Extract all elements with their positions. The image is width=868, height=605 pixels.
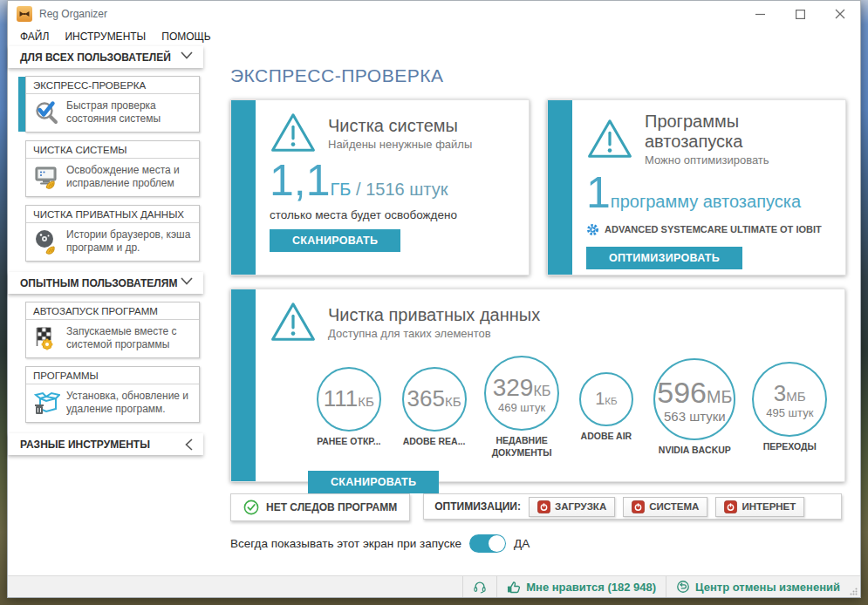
sidebar-item-title: ЧИСТКА СИСТЕМЫ <box>26 141 199 159</box>
group-label: РАЗНЫЕ ИНСТРУМЕНТЫ <box>20 438 150 451</box>
sidebar-group-advanced-users[interactable]: ОПЫТНЫМ ПОЛЬЗОВАТЕЛЯМ <box>8 272 203 294</box>
autostart-count-value: 1программу автозапуска <box>586 173 833 214</box>
optimization-label: СИСТЕМА <box>649 501 699 512</box>
always-show-toggle[interactable] <box>469 534 506 553</box>
autostart-entry: ADVANCED SYSTEMCARE ULTIMATE ОТ IOBIT <box>586 223 833 236</box>
app-logo-icon <box>17 6 32 22</box>
scan-privacy-button[interactable]: СКАНИРОВАТЬ <box>308 471 439 493</box>
sidebar-item-express-check[interactable]: ЭКСПРЕСС-ПРОВЕРКА Быстрая проверка состо… <box>25 76 200 133</box>
active-item-accent <box>18 77 25 132</box>
privacy-item[interactable]: 111КБ РАНЕЕ ОТКР... <box>308 367 390 448</box>
headphones-icon <box>473 580 487 594</box>
sidebar-group-all-users[interactable]: ДЛЯ ВСЕХ ПОЛЬЗОВАТЕЛЕЙ <box>8 46 203 68</box>
warning-triangle-icon <box>270 112 317 154</box>
sidebar-item-autostart[interactable]: АВТОЗАПУСК ПРОГРАММ Запускаемые вместе с… <box>25 302 200 358</box>
autostart-card: Программы автозапуска Можно оптимизирова… <box>547 99 846 275</box>
magnifier-check-icon <box>32 99 60 126</box>
sidebar-item-title: АВТОЗАПУСК ПРОГРАММ <box>26 302 199 320</box>
card-title: Чистка приватных данных <box>328 305 540 325</box>
sidebar-item-title: ЭКСПРЕСС-ПРОВЕРКА <box>26 77 199 94</box>
sidebar-item-private-data-cleanup[interactable]: ЧИСТКА ПРИВАТНЫХ ДАННЫХ Истории браузеро… <box>25 205 200 262</box>
status-bar: Мне нравится (182 948) Центр отмены изме… <box>8 575 860 597</box>
like-label: Мне нравится (182 948) <box>526 581 656 594</box>
privacy-cleanup-card: Чистка приватных данных Доступна для так… <box>230 289 845 482</box>
sidebar-item-title: ПРОГРАММЫ <box>26 367 199 384</box>
title-bar: Reg Organizer <box>8 1 860 27</box>
privacy-item[interactable]: 329КБ469 штук НЕДАВНИЕ ДОКУМЕНТЫ <box>478 356 564 459</box>
scan-system-button[interactable]: СКАНИРОВАТЬ <box>270 229 400 252</box>
card-subtitle: Можно оптимизировать <box>645 153 833 167</box>
card-subtitle: Найдены ненужные файлы <box>328 138 472 151</box>
page-title: ЭКСПРЕСС-ПРОВЕРКА <box>230 65 860 86</box>
minimize-button[interactable] <box>740 1 780 27</box>
privacy-item[interactable]: 596МБ563 штуки NVIDIA BACKUP <box>647 358 742 457</box>
menu-bar: ФАЙЛ ИНСТРУМЕНТЫ ПОМОЩЬ <box>8 27 860 46</box>
card-accent-stripe <box>231 100 256 275</box>
main-content: ЭКСПРЕСС-ПРОВЕРКА Чистка системы Найдены… <box>216 46 860 576</box>
card-title: Программы автозапуска <box>645 112 833 152</box>
autostart-entry-label: ADVANCED SYSTEMCARE ULTIMATE ОТ IOBIT <box>605 224 822 235</box>
app-window: Reg Organizer ФАЙЛ ИНСТРУМЕНТЫ ПОМОЩЬ ДЛ… <box>7 0 861 598</box>
support-chat-button[interactable] <box>462 576 496 597</box>
no-traces-label: НЕТ СЛЕДОВ ПРОГРАММ <box>266 501 397 513</box>
sidebar-item-desc: Быстрая проверка состояния системы <box>66 99 194 126</box>
cleanup-note: столько места будет освобождено <box>270 208 516 221</box>
toggle-state-label: ДА <box>514 537 530 550</box>
card-accent-stripe <box>231 289 256 481</box>
thumb-up-icon <box>507 581 521 594</box>
privacy-items: 111КБ РАНЕЕ ОТКР... 365КБ ADOBE REA... 3… <box>308 356 832 459</box>
disc-brush-icon <box>32 228 60 255</box>
undo-circle-icon <box>676 580 690 594</box>
warning-triangle-icon <box>270 301 317 343</box>
maximize-button[interactable] <box>780 1 820 27</box>
undo-center-button[interactable]: Центр отмены изменений <box>666 576 850 597</box>
privacy-item[interactable]: 365КБ ADOBE REA... <box>395 367 474 448</box>
sidebar-group-misc-tools[interactable]: РАЗНЫЕ ИНСТРУМЕНТЫ <box>8 433 203 455</box>
cleanup-size-value: 1,1ГБ / 1516 штук <box>270 160 516 202</box>
menu-file[interactable]: ФАЙЛ <box>20 31 49 43</box>
undo-center-label: Центр отмены изменений <box>695 581 840 594</box>
sidebar-item-desc: Установка, обновление и удаление програм… <box>66 390 194 416</box>
chevron-down-icon <box>181 51 193 59</box>
sidebar-item-desc: Запускаемые вместе с системой программы <box>66 325 194 351</box>
always-show-label: Всегда показывать этот экран при запуске <box>230 537 461 550</box>
sidebar: ДЛЯ ВСЕХ ПОЛЬЗОВАТЕЛЕЙ ЭКСПРЕСС-ПРОВЕРКА… <box>8 46 203 576</box>
group-label: ОПЫТНЫМ ПОЛЬЗОВАТЕЛЯМ <box>20 277 177 289</box>
sidebar-item-desc: Освобождение места и исправление проблем <box>66 164 194 190</box>
sidebar-item-programs[interactable]: ПРОГРАММЫ Установка, обновление и удален… <box>25 366 200 423</box>
privacy-item[interactable]: 1КБ ADOBE AIR <box>571 372 642 443</box>
chevron-down-icon <box>181 277 193 285</box>
group-label: ДЛЯ ВСЕХ ПОЛЬЗОВАТЕЛЕЙ <box>20 51 171 64</box>
optimize-button[interactable]: ОПТИМИЗИРОВАТЬ <box>586 247 742 269</box>
close-button[interactable] <box>820 1 860 27</box>
resize-grip[interactable] <box>850 588 858 595</box>
like-button[interactable]: Мне нравится (182 948) <box>496 576 666 597</box>
chevron-left-icon <box>185 438 193 451</box>
flag-gear-icon <box>32 325 60 351</box>
window-title: Reg Organizer <box>39 8 107 20</box>
warning-triangle-icon <box>586 118 633 160</box>
card-accent-stripe <box>548 100 572 275</box>
monitor-brush-icon <box>32 164 60 190</box>
menu-tools[interactable]: ИНСТРУМЕНТЫ <box>65 31 146 43</box>
box-trash-icon <box>32 390 60 416</box>
menu-help[interactable]: ПОМОЩЬ <box>161 31 210 43</box>
card-subtitle: Доступна для таких элементов <box>328 327 540 340</box>
optimization-label: ИНТЕРНЕТ <box>742 501 796 512</box>
optimization-label: ЗАГРУЗКА <box>555 501 606 512</box>
sidebar-item-desc: Истории браузеров, кэша программ и др. <box>66 228 194 255</box>
toggle-knob <box>489 535 505 552</box>
sidebar-item-title: ЧИСТКА ПРИВАТНЫХ ДАННЫХ <box>26 206 199 223</box>
card-title: Чистка системы <box>328 116 472 136</box>
privacy-item[interactable]: 3МБ495 штук ПЕРЕХОДЫ <box>748 362 832 453</box>
sidebar-item-system-cleanup[interactable]: ЧИСТКА СИСТЕМЫ Освобождение места и испр… <box>25 140 200 197</box>
system-cleanup-card: Чистка системы Найдены ненужные файлы 1,… <box>230 99 530 275</box>
gear-icon <box>586 223 599 236</box>
